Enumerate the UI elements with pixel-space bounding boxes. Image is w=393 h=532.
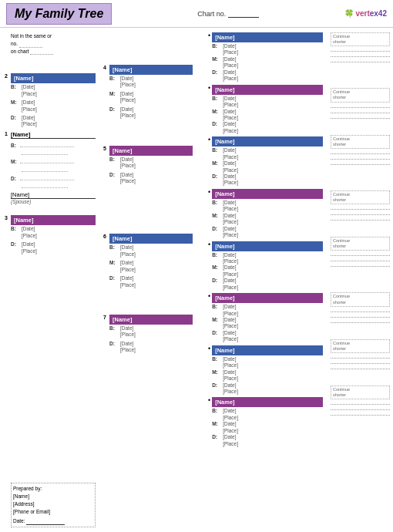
continue-box-2: Continue shorter bbox=[331, 88, 390, 102]
column-2: 4 [Name] B: [Date] [Place] M: [Date] [Pl… bbox=[100, 28, 200, 532]
person-6-name[interactable]: [Name] bbox=[109, 234, 193, 244]
continue-box-4: Continue shorter bbox=[331, 190, 390, 204]
person-9-name[interactable]: [Name] bbox=[212, 85, 323, 95]
person-10-block: • [Name] B:[Date] [Place] M:[Date] [Plac… bbox=[208, 136, 323, 187]
page-title: My Family Tree bbox=[6, 3, 112, 25]
prepared-by-section: Prepared by: [Name] [Address] [Phone or … bbox=[11, 483, 96, 527]
person-9-block: • [Name] B:[Date] [Place] M:[Date] [Plac… bbox=[208, 85, 323, 135]
spouse-block: [Name] (Spouse) bbox=[11, 191, 96, 204]
person-5-block: 5 [Name] B: [Date] [Place] D: [Date] [Pl… bbox=[109, 146, 196, 185]
person-1-name[interactable]: [Name] bbox=[11, 131, 96, 139]
person-4-name[interactable]: [Name] bbox=[109, 65, 193, 75]
continue-box-1: Continue shorter bbox=[331, 32, 390, 46]
notes-section: Not in the same or no. on chart bbox=[11, 32, 96, 55]
person-8-name[interactable]: [Name] bbox=[212, 32, 323, 42]
person-7-block: 7 [Name] B: [Date] [Place] D: [Date] [Pl… bbox=[109, 315, 196, 354]
person-5-name[interactable]: [Name] bbox=[109, 146, 193, 156]
column-1: Not in the same or no. on chart 2 [Name]… bbox=[0, 28, 100, 532]
person-7-number: 7 bbox=[103, 315, 106, 320]
person-6-number: 6 bbox=[103, 234, 106, 239]
person-1-block: 1 [Name] B: M: D: bbox=[11, 131, 96, 188]
continue-box-8: Continue shorter bbox=[331, 386, 390, 399]
continue-box-3: Continue shorter bbox=[331, 135, 390, 149]
chart-number: Chart no. bbox=[197, 10, 259, 18]
person-10-name[interactable]: [Name] bbox=[212, 136, 323, 146]
person-7-name[interactable]: [Name] bbox=[109, 315, 193, 325]
page-header: My Family Tree Chart no. 🍀 vertex42 bbox=[0, 0, 393, 28]
column-4: Continue shorter Continue shorter Contin bbox=[328, 28, 393, 532]
person-5-number: 5 bbox=[103, 146, 106, 151]
person-11-block: • [Name] B:[Date] [Place] M:[Date] [Plac… bbox=[208, 189, 323, 239]
person-4-block: 4 [Name] B: [Date] [Place] M: [Date] [Pl… bbox=[109, 65, 196, 120]
person-13-block: • [Name] B:[Date] [Place] M:[Date] [Plac… bbox=[208, 293, 323, 343]
person-2-name[interactable]: [Name] bbox=[11, 73, 96, 83]
main-content: Not in the same or no. on chart 2 [Name]… bbox=[0, 28, 393, 532]
logo: 🍀 vertex42 bbox=[344, 9, 387, 18]
person-15-block: • [Name] B:[Date] [Place] M:[Date] [Plac… bbox=[208, 397, 323, 447]
person-12-name[interactable]: [Name] bbox=[212, 241, 323, 251]
person-14-block: • [Name] B:[Date] [Place] M:[Date] [Plac… bbox=[208, 345, 323, 396]
person-11-name[interactable]: [Name] bbox=[212, 189, 323, 199]
person-2-number: 2 bbox=[5, 73, 8, 79]
continue-box-6: Continue shorter bbox=[331, 292, 390, 306]
person-3-number: 3 bbox=[5, 215, 8, 221]
person-3-name[interactable]: [Name] bbox=[11, 215, 96, 225]
person-2-block: 2 [Name] B: [Date] [Place] M: [Date] [Pl… bbox=[11, 73, 96, 128]
person-4-number: 4 bbox=[103, 65, 106, 70]
person-6-block: 6 [Name] B: [Date] [Place] M: [Date] [Pl… bbox=[109, 234, 196, 288]
person-12-block: • [Name] B:[Date] [Place] M:[Date] [Plac… bbox=[208, 241, 323, 291]
person-14-name[interactable]: [Name] bbox=[212, 345, 323, 355]
person-1-number: 1 bbox=[5, 131, 8, 136]
person-13-name[interactable]: [Name] bbox=[212, 293, 323, 303]
column-3: • [Name] B:[Date] [Place] M:[Date] [Plac… bbox=[200, 28, 328, 532]
person-8-block: • [Name] B:[Date] [Place] M:[Date] [Plac… bbox=[208, 32, 323, 82]
continue-box-5: Continue shorter bbox=[331, 237, 390, 251]
person-15-name[interactable]: [Name] bbox=[212, 397, 323, 407]
person-3-block: 3 [Name] B: [Date] [Place] D: [Date] [Pl… bbox=[11, 215, 96, 254]
continue-box-7: Continue shorter bbox=[331, 339, 390, 353]
